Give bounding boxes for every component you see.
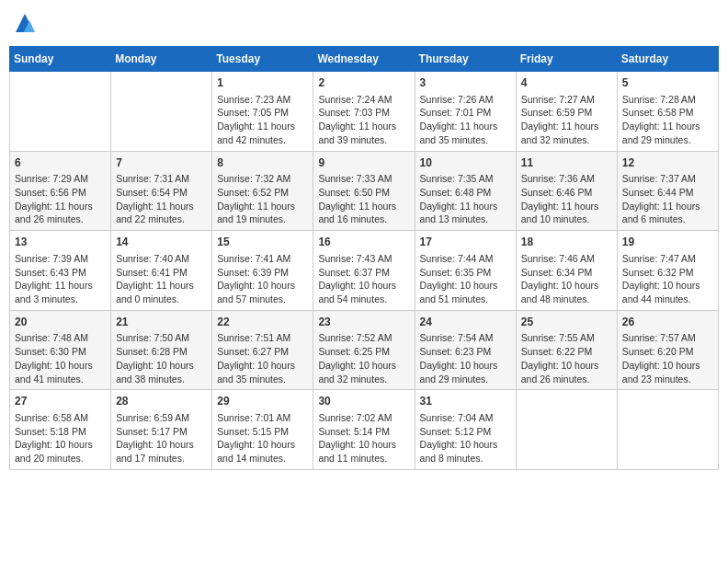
calendar-table: SundayMondayTuesdayWednesdayThursdayFrid… <box>9 46 719 470</box>
week-row-4: 27Sunrise: 6:58 AM Sunset: 5:18 PM Dayli… <box>10 390 719 470</box>
header-wednesday: Wednesday <box>313 47 415 72</box>
calendar-cell: 2Sunrise: 7:24 AM Sunset: 7:03 PM Daylig… <box>313 72 415 152</box>
day-content: Sunrise: 6:59 AM Sunset: 5:17 PM Dayligh… <box>116 411 207 465</box>
day-content: Sunrise: 6:58 AM Sunset: 5:18 PM Dayligh… <box>15 411 106 465</box>
calendar-cell: 30Sunrise: 7:02 AM Sunset: 5:14 PM Dayli… <box>313 390 415 470</box>
day-content: Sunrise: 7:54 AM Sunset: 6:23 PM Dayligh… <box>420 331 511 385</box>
day-content: Sunrise: 7:39 AM Sunset: 6:43 PM Dayligh… <box>15 252 106 306</box>
day-content: Sunrise: 7:26 AM Sunset: 7:01 PM Dayligh… <box>420 93 511 147</box>
calendar-cell: 20Sunrise: 7:48 AM Sunset: 6:30 PM Dayli… <box>10 310 111 390</box>
week-row-1: 6Sunrise: 7:29 AM Sunset: 6:56 PM Daylig… <box>10 151 719 231</box>
logo <box>9 9 39 37</box>
calendar-cell: 27Sunrise: 6:58 AM Sunset: 5:18 PM Dayli… <box>10 390 111 470</box>
day-content: Sunrise: 7:41 AM Sunset: 6:39 PM Dayligh… <box>217 252 308 306</box>
day-number: 12 <box>622 155 713 171</box>
day-content: Sunrise: 7:02 AM Sunset: 5:14 PM Dayligh… <box>318 411 409 465</box>
calendar-cell: 5Sunrise: 7:28 AM Sunset: 6:58 PM Daylig… <box>617 72 718 152</box>
week-row-0: 1Sunrise: 7:23 AM Sunset: 7:05 PM Daylig… <box>10 72 719 152</box>
day-number: 9 <box>318 155 409 171</box>
calendar-cell: 4Sunrise: 7:27 AM Sunset: 6:59 PM Daylig… <box>516 72 617 152</box>
day-content: Sunrise: 7:36 AM Sunset: 6:46 PM Dayligh… <box>521 172 612 226</box>
day-number: 8 <box>217 155 308 171</box>
day-number: 28 <box>116 394 207 409</box>
day-number: 19 <box>622 235 713 250</box>
day-number: 7 <box>116 155 207 171</box>
day-content: Sunrise: 7:32 AM Sunset: 6:52 PM Dayligh… <box>217 172 308 226</box>
calendar-body: 1Sunrise: 7:23 AM Sunset: 7:05 PM Daylig… <box>10 72 719 470</box>
day-number: 3 <box>420 75 511 91</box>
day-content: Sunrise: 7:29 AM Sunset: 6:56 PM Dayligh… <box>15 172 106 226</box>
calendar-cell: 28Sunrise: 6:59 AM Sunset: 5:17 PM Dayli… <box>111 390 212 470</box>
calendar-cell <box>111 72 212 152</box>
day-number: 2 <box>318 75 409 91</box>
header-thursday: Thursday <box>415 47 516 72</box>
calendar-cell: 26Sunrise: 7:57 AM Sunset: 6:20 PM Dayli… <box>617 310 718 390</box>
calendar-cell: 6Sunrise: 7:29 AM Sunset: 6:56 PM Daylig… <box>10 151 111 231</box>
day-number: 13 <box>15 235 106 250</box>
calendar-cell: 7Sunrise: 7:31 AM Sunset: 6:54 PM Daylig… <box>111 151 212 231</box>
page-header <box>9 9 719 37</box>
day-content: Sunrise: 7:57 AM Sunset: 6:20 PM Dayligh… <box>622 331 713 385</box>
day-number: 30 <box>318 394 409 409</box>
day-number: 5 <box>622 75 713 91</box>
day-content: Sunrise: 7:28 AM Sunset: 6:58 PM Dayligh… <box>622 93 713 147</box>
header-sunday: Sunday <box>10 47 111 72</box>
calendar-cell: 17Sunrise: 7:44 AM Sunset: 6:35 PM Dayli… <box>415 231 516 311</box>
header-row: SundayMondayTuesdayWednesdayThursdayFrid… <box>10 47 719 72</box>
calendar-cell: 3Sunrise: 7:26 AM Sunset: 7:01 PM Daylig… <box>415 72 516 152</box>
calendar-cell <box>516 390 617 470</box>
day-content: Sunrise: 7:01 AM Sunset: 5:15 PM Dayligh… <box>217 411 308 465</box>
calendar-cell: 8Sunrise: 7:32 AM Sunset: 6:52 PM Daylig… <box>212 151 313 231</box>
day-content: Sunrise: 7:31 AM Sunset: 6:54 PM Dayligh… <box>116 172 207 226</box>
day-number: 29 <box>217 394 308 409</box>
week-row-2: 13Sunrise: 7:39 AM Sunset: 6:43 PM Dayli… <box>10 231 719 311</box>
day-number: 18 <box>521 235 612 250</box>
calendar-header: SundayMondayTuesdayWednesdayThursdayFrid… <box>10 47 719 72</box>
calendar-cell: 22Sunrise: 7:51 AM Sunset: 6:27 PM Dayli… <box>212 310 313 390</box>
day-number: 22 <box>217 315 308 330</box>
header-saturday: Saturday <box>617 47 718 72</box>
calendar-cell: 12Sunrise: 7:37 AM Sunset: 6:44 PM Dayli… <box>617 151 718 231</box>
day-number: 6 <box>15 155 106 171</box>
day-content: Sunrise: 7:47 AM Sunset: 6:32 PM Dayligh… <box>622 252 713 306</box>
day-number: 16 <box>318 235 409 250</box>
day-content: Sunrise: 7:48 AM Sunset: 6:30 PM Dayligh… <box>15 331 106 385</box>
day-number: 14 <box>116 235 207 250</box>
day-number: 21 <box>116 315 207 330</box>
day-content: Sunrise: 7:24 AM Sunset: 7:03 PM Dayligh… <box>318 93 409 147</box>
day-content: Sunrise: 7:50 AM Sunset: 6:28 PM Dayligh… <box>116 331 207 385</box>
day-content: Sunrise: 7:04 AM Sunset: 5:12 PM Dayligh… <box>420 411 511 465</box>
day-number: 4 <box>521 75 612 91</box>
day-number: 23 <box>318 315 409 330</box>
calendar-cell: 11Sunrise: 7:36 AM Sunset: 6:46 PM Dayli… <box>516 151 617 231</box>
header-tuesday: Tuesday <box>212 47 313 72</box>
calendar-cell: 1Sunrise: 7:23 AM Sunset: 7:05 PM Daylig… <box>212 72 313 152</box>
day-number: 31 <box>420 394 511 409</box>
day-content: Sunrise: 7:37 AM Sunset: 6:44 PM Dayligh… <box>622 172 713 226</box>
header-monday: Monday <box>111 47 212 72</box>
calendar-cell: 29Sunrise: 7:01 AM Sunset: 5:15 PM Dayli… <box>212 390 313 470</box>
calendar-cell <box>617 390 718 470</box>
day-content: Sunrise: 7:52 AM Sunset: 6:25 PM Dayligh… <box>318 331 409 385</box>
day-number: 1 <box>217 75 308 91</box>
day-content: Sunrise: 7:23 AM Sunset: 7:05 PM Dayligh… <box>217 93 308 147</box>
calendar-cell: 9Sunrise: 7:33 AM Sunset: 6:50 PM Daylig… <box>313 151 415 231</box>
header-friday: Friday <box>516 47 617 72</box>
calendar-cell: 21Sunrise: 7:50 AM Sunset: 6:28 PM Dayli… <box>111 310 212 390</box>
calendar-cell: 15Sunrise: 7:41 AM Sunset: 6:39 PM Dayli… <box>212 231 313 311</box>
calendar-cell: 25Sunrise: 7:55 AM Sunset: 6:22 PM Dayli… <box>516 310 617 390</box>
day-content: Sunrise: 7:43 AM Sunset: 6:37 PM Dayligh… <box>318 252 409 306</box>
calendar-cell: 24Sunrise: 7:54 AM Sunset: 6:23 PM Dayli… <box>415 310 516 390</box>
calendar-cell: 31Sunrise: 7:04 AM Sunset: 5:12 PM Dayli… <box>415 390 516 470</box>
day-number: 24 <box>420 315 511 330</box>
day-content: Sunrise: 7:46 AM Sunset: 6:34 PM Dayligh… <box>521 252 612 306</box>
week-row-3: 20Sunrise: 7:48 AM Sunset: 6:30 PM Dayli… <box>10 310 719 390</box>
day-number: 15 <box>217 235 308 250</box>
day-number: 17 <box>420 235 511 250</box>
calendar-cell: 14Sunrise: 7:40 AM Sunset: 6:41 PM Dayli… <box>111 231 212 311</box>
day-number: 10 <box>420 155 511 171</box>
calendar-cell: 23Sunrise: 7:52 AM Sunset: 6:25 PM Dayli… <box>313 310 415 390</box>
day-content: Sunrise: 7:40 AM Sunset: 6:41 PM Dayligh… <box>116 252 207 306</box>
day-content: Sunrise: 7:33 AM Sunset: 6:50 PM Dayligh… <box>318 172 409 226</box>
calendar-cell: 13Sunrise: 7:39 AM Sunset: 6:43 PM Dayli… <box>10 231 111 311</box>
